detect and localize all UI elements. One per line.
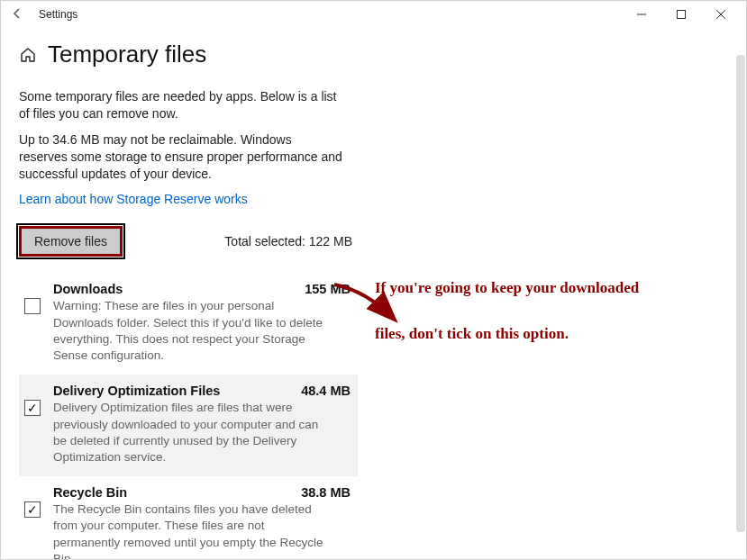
intro-paragraph-1: Some temporary files are needed by apps.… (19, 88, 343, 122)
annotation-line-1: If you're going to keep your downloaded (375, 275, 735, 303)
close-button[interactable] (703, 3, 739, 26)
total-selected-label: Total selected: 122 MB (224, 234, 352, 248)
minimize-button[interactable] (624, 3, 660, 26)
app-name: Settings (39, 8, 77, 21)
back-arrow-icon[interactable] (8, 7, 26, 23)
annotation-text: If you're going to keep your downloaded … (375, 275, 735, 348)
page-title: Temporary files (48, 41, 206, 68)
annotation-line-2: files, don't tick on this option. (375, 321, 735, 348)
item-downloads: Downloads 155 MB Warning: These are file… (19, 273, 358, 375)
intro-paragraph-2: Up to 34.6 MB may not be reclaimable. Wi… (19, 131, 343, 183)
item-size: 48.4 MB (301, 384, 351, 398)
maximize-button[interactable] (663, 3, 699, 26)
item-description: The Recycle Bin contains files you have … (53, 501, 333, 560)
item-recycle-bin: ✓ Recycle Bin 38.8 MB The Recycle Bin co… (19, 476, 358, 560)
action-row: Remove files Total selected: 122 MB (19, 226, 352, 257)
titlebar: Settings (1, 1, 746, 28)
item-title: Downloads (53, 282, 123, 296)
item-size: 38.8 MB (301, 485, 351, 500)
scrollbar[interactable] (736, 55, 745, 532)
page-header: Temporary files (19, 41, 343, 68)
item-description: Delivery Optimization files are files th… (53, 400, 333, 465)
checkbox-delivery-optimization[interactable]: ✓ (24, 400, 41, 416)
checkbox-downloads[interactable] (24, 298, 41, 314)
storage-reserve-link[interactable]: Learn about how Storage Reserve works (19, 192, 248, 206)
remove-files-button[interactable]: Remove files (19, 226, 123, 257)
content-area: Temporary files Some temporary files are… (1, 28, 361, 560)
item-title: Recycle Bin (53, 485, 127, 500)
item-size: 155 MB (305, 282, 351, 296)
checkbox-recycle-bin[interactable]: ✓ (24, 501, 41, 518)
item-title: Delivery Optimization Files (53, 384, 220, 398)
svg-rect-1 (678, 11, 686, 19)
window-controls (624, 3, 739, 26)
home-icon[interactable] (19, 46, 37, 64)
item-delivery-optimization: ✓ Delivery Optimization Files 48.4 MB De… (19, 375, 358, 476)
item-description: Warning: These are files in your persona… (53, 298, 333, 364)
